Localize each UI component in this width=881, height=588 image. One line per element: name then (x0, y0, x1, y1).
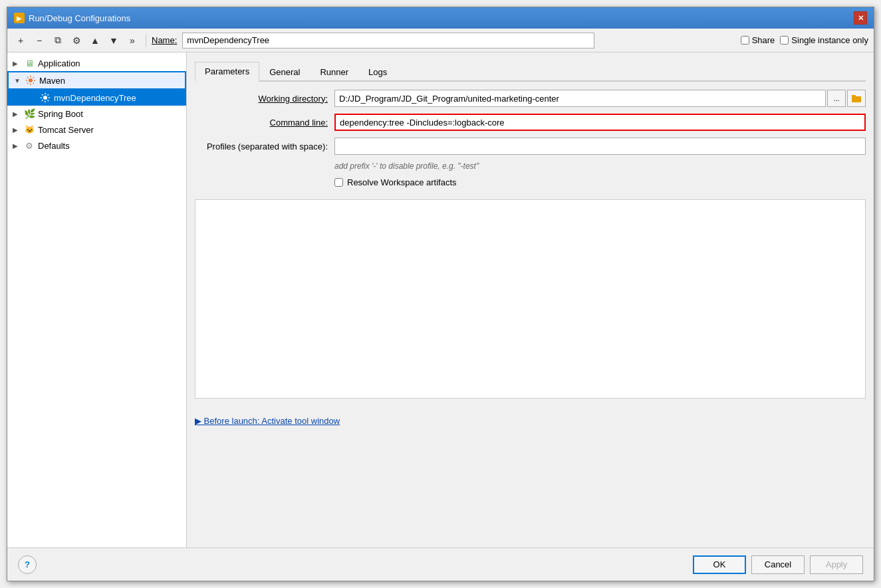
mvn-dependency-tree-label: mvnDependencyTree (54, 93, 136, 103)
expand-arrow-defaults: ▶ (13, 142, 23, 149)
browse-button[interactable]: ... (827, 90, 846, 107)
tab-parameters[interactable]: Parameters (195, 62, 259, 82)
maven-label: Maven (39, 76, 65, 86)
single-instance-checkbox-group: Single instance only (780, 35, 868, 45)
toolbar-right: Share Single instance only (741, 35, 868, 45)
content-area (195, 199, 866, 399)
command-line-label: Command line: (195, 118, 328, 128)
apply-button[interactable]: Apply (810, 555, 863, 574)
parameters-form: Working directory: ... Command line: (195, 90, 866, 431)
run-debug-dialog: ▶ Run/Debug Configurations ✕ + − ⧉ ⚙ ▲ ▼… (7, 7, 874, 581)
share-checkbox[interactable] (741, 36, 749, 45)
sidebar-item-application[interactable]: ▶ 🖥 Application (7, 55, 186, 71)
command-line-row: Command line: (195, 114, 866, 131)
footer: ? OK Cancel Apply (7, 547, 874, 581)
working-directory-input-group: ... (334, 90, 866, 107)
folder-button[interactable] (847, 90, 866, 107)
command-line-input[interactable] (334, 114, 866, 131)
defaults-icon: ⚙ (23, 140, 35, 151)
tomcat-label: Tomcat Server (38, 125, 94, 135)
svg-point-0 (29, 78, 33, 82)
defaults-label: Defaults (38, 141, 70, 151)
sidebar-item-maven[interactable]: ▼ Maven (7, 71, 186, 90)
expand-arrow-tomcat: ▶ (13, 126, 23, 134)
single-instance-checkbox[interactable] (780, 36, 789, 45)
profiles-row: Profiles (separated with space): (195, 138, 866, 155)
expand-arrow-spring: ▶ (13, 110, 23, 118)
ok-button[interactable]: OK (693, 555, 746, 574)
footer-buttons: OK Cancel Apply (693, 555, 863, 574)
profiles-label: Profiles (separated with space): (195, 142, 328, 151)
toolbar: + − ⧉ ⚙ ▲ ▼ » Name: Share Single instanc… (7, 29, 874, 52)
tab-logs[interactable]: Logs (358, 62, 397, 82)
title-bar: ▶ Run/Debug Configurations ✕ (7, 7, 874, 29)
title-bar-left: ▶ Run/Debug Configurations (14, 13, 130, 23)
application-label: Application (38, 58, 80, 68)
toolbar-separator (146, 34, 146, 47)
sidebar-item-spring-boot[interactable]: ▶ 🌿 Spring Boot (7, 106, 186, 122)
settings-button[interactable]: ⚙ (68, 33, 84, 49)
working-directory-label: Working directory: (195, 94, 328, 104)
sidebar-item-mvn-dependency-tree[interactable]: mvnDependencyTree (7, 90, 186, 106)
dialog-title: Run/Debug Configurations (29, 13, 130, 23)
resolve-workspace-checkbox[interactable] (334, 178, 343, 187)
working-directory-input[interactable] (334, 90, 826, 107)
name-section: Name: (152, 33, 738, 49)
before-launch-link[interactable]: ▶ Before launch: Activate tool window (195, 416, 340, 426)
help-button[interactable]: ? (18, 555, 37, 574)
add-config-button[interactable]: + (13, 33, 29, 49)
dialog-icon: ▶ (14, 13, 25, 23)
resolve-workspace-row: Resolve Workspace artifacts (195, 177, 866, 187)
move-down-button[interactable]: ▼ (106, 33, 122, 49)
spring-boot-label: Spring Boot (38, 109, 83, 119)
name-label: Name: (152, 35, 177, 45)
profiles-hint: add prefix '-' to disable profile, e.g. … (195, 161, 866, 171)
tab-runner[interactable]: Runner (310, 62, 358, 82)
application-icon: 🖥 (23, 57, 35, 69)
expand-arrow-application: ▶ (13, 60, 23, 67)
mvn-icon (39, 92, 51, 104)
right-panel: Parameters General Runner Logs Working d… (187, 52, 874, 547)
tabs: Parameters General Runner Logs (195, 60, 866, 82)
move-up-button[interactable]: ▲ (87, 33, 103, 49)
tab-general[interactable]: General (259, 62, 310, 82)
resolve-workspace-label: Resolve Workspace artifacts (347, 177, 457, 187)
sidebar: ▶ 🖥 Application ▼ Maven (7, 52, 187, 547)
spring-icon: 🌿 (23, 108, 35, 120)
copy-config-button[interactable]: ⧉ (50, 33, 66, 49)
name-input[interactable] (182, 33, 594, 49)
close-button[interactable]: ✕ (854, 11, 867, 25)
sidebar-item-tomcat[interactable]: ▶ 🐱 Tomcat Server (7, 122, 186, 138)
remove-config-button[interactable]: − (31, 33, 47, 49)
profiles-input[interactable] (334, 138, 866, 155)
cancel-button[interactable]: Cancel (751, 555, 805, 574)
svg-point-1 (43, 96, 47, 100)
working-directory-row: Working directory: ... (195, 90, 866, 107)
share-checkbox-group: Share (741, 35, 775, 45)
maven-icon (25, 74, 37, 86)
main-content: ▶ 🖥 Application ▼ Maven (7, 52, 874, 547)
share-label: Share (752, 35, 775, 45)
expand-arrow-maven: ▼ (14, 77, 25, 84)
before-launch-section: ▶ Before launch: Activate tool window (195, 411, 866, 431)
single-instance-label: Single instance only (791, 35, 868, 45)
sidebar-item-defaults[interactable]: ▶ ⚙ Defaults (7, 138, 186, 153)
more-button[interactable]: » (124, 33, 140, 49)
tomcat-icon: 🐱 (23, 124, 35, 136)
